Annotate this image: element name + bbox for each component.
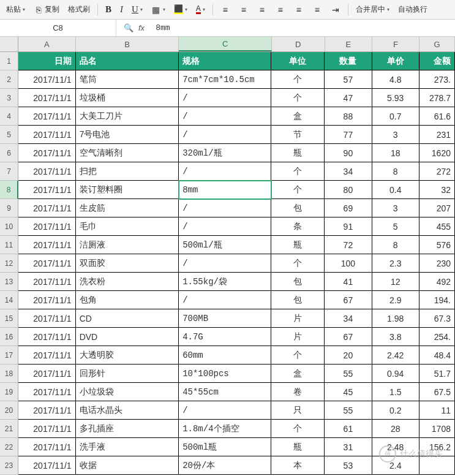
cell-B1[interactable]: 品名: [76, 52, 179, 70]
cell-A3[interactable]: 2017/11/1: [18, 89, 76, 107]
row-header-13[interactable]: 13: [0, 273, 18, 291]
cell-A13[interactable]: 2017/11/1: [18, 273, 76, 291]
cell-E13[interactable]: 41: [325, 273, 372, 291]
cell-D3[interactable]: 个: [271, 89, 325, 107]
cell-E4[interactable]: 88: [325, 107, 372, 126]
cell-B22[interactable]: 洗手液: [76, 438, 179, 456]
cell-F11[interactable]: 8: [372, 236, 419, 254]
cell-A21[interactable]: 2017/11/1: [18, 420, 76, 438]
cell-E1[interactable]: 数量: [325, 52, 372, 70]
cell-F9[interactable]: 3: [372, 199, 419, 217]
cell-B17[interactable]: 大透明胶: [76, 346, 179, 365]
cell-E3[interactable]: 47: [325, 89, 372, 107]
cell-D16[interactable]: 片: [271, 328, 325, 346]
row-header-15[interactable]: 15: [0, 309, 18, 328]
cell-D6[interactable]: 瓶: [271, 144, 325, 162]
cell-B10[interactable]: 毛巾: [76, 217, 179, 236]
cell-D2[interactable]: 个: [271, 70, 325, 89]
cell-A8[interactable]: 2017/11/1: [18, 181, 76, 199]
cell-G1[interactable]: 金额: [419, 52, 455, 70]
column-header-C[interactable]: C: [179, 37, 271, 51]
cell-A5[interactable]: 2017/11/1: [18, 126, 76, 144]
column-header-G[interactable]: G: [419, 37, 455, 51]
cell-B8[interactable]: 装订塑料圈: [76, 181, 179, 199]
cell-D21[interactable]: 个: [271, 420, 325, 438]
cell-E22[interactable]: 31: [325, 438, 372, 456]
cell-G10[interactable]: 455: [419, 217, 455, 236]
fill-color-button[interactable]: ⬛▾: [170, 4, 191, 15]
cell-F20[interactable]: 0.2: [372, 401, 419, 420]
row-header-6[interactable]: 6: [0, 144, 18, 162]
cell-E20[interactable]: 55: [325, 401, 372, 420]
font-color-button[interactable]: A▾: [192, 4, 209, 15]
cell-A12[interactable]: 2017/11/1: [18, 254, 76, 273]
cell-C22[interactable]: 500ml瓶: [179, 438, 271, 456]
cell-C12[interactable]: /: [179, 254, 271, 273]
cell-F16[interactable]: 3.8: [372, 328, 419, 346]
cell-E8[interactable]: 80: [325, 181, 372, 199]
cell-D23[interactable]: 本: [271, 456, 325, 475]
cell-A18[interactable]: 2017/11/1: [18, 365, 76, 383]
row-header-23[interactable]: 23: [0, 456, 18, 475]
cell-C1[interactable]: 规格: [179, 52, 271, 70]
cell-E15[interactable]: 34: [325, 309, 372, 328]
cell-B9[interactable]: 生皮筋: [76, 199, 179, 217]
cell-F12[interactable]: 2.3: [372, 254, 419, 273]
cell-C16[interactable]: 4.7G: [179, 328, 271, 346]
cell-G12[interactable]: 230: [419, 254, 455, 273]
cell-E16[interactable]: 67: [325, 328, 372, 346]
cell-B6[interactable]: 空气清晰剂: [76, 144, 179, 162]
cell-G21[interactable]: 1708: [419, 420, 455, 438]
cell-D22[interactable]: 瓶: [271, 438, 325, 456]
cell-B21[interactable]: 多孔插座: [76, 420, 179, 438]
cell-A14[interactable]: 2017/11/1: [18, 291, 76, 309]
cell-C20[interactable]: /: [179, 401, 271, 420]
cell-G14[interactable]: 194.: [419, 291, 455, 309]
cell-G16[interactable]: 254.: [419, 328, 455, 346]
cell-G6[interactable]: 1620: [419, 144, 455, 162]
cell-F15[interactable]: 1.98: [372, 309, 419, 328]
cell-G22[interactable]: 156.2: [419, 438, 455, 456]
cell-C5[interactable]: /: [179, 126, 271, 144]
cell-C3[interactable]: /: [179, 89, 271, 107]
cell-D5[interactable]: 节: [271, 126, 325, 144]
cell-G13[interactable]: 492: [419, 273, 455, 291]
row-header-12[interactable]: 12: [0, 254, 18, 273]
cell-F18[interactable]: 0.94: [372, 365, 419, 383]
row-header-5[interactable]: 5: [0, 126, 18, 144]
column-header-B[interactable]: B: [76, 37, 179, 51]
cell-D17[interactable]: 个: [271, 346, 325, 365]
underline-button[interactable]: U▾: [128, 3, 146, 16]
cell-F13[interactable]: 12: [372, 273, 419, 291]
row-header-16[interactable]: 16: [0, 328, 18, 346]
cell-A6[interactable]: 2017/11/1: [18, 144, 76, 162]
align-right-button[interactable]: ≡: [254, 4, 271, 16]
row-header-11[interactable]: 11: [0, 236, 18, 254]
format-painter-button[interactable]: 格式刷: [64, 3, 94, 16]
cell-D1[interactable]: 单位: [271, 52, 325, 70]
cell-A9[interactable]: 2017/11/1: [18, 199, 76, 217]
cell-E21[interactable]: 61: [325, 420, 372, 438]
cell-B23[interactable]: 收据: [76, 456, 179, 475]
cell-A1[interactable]: 日期: [18, 52, 76, 70]
cell-C7[interactable]: /: [179, 162, 271, 181]
cell-G3[interactable]: 278.7: [419, 89, 455, 107]
cell-G9[interactable]: 207: [419, 199, 455, 217]
cell-C9[interactable]: /: [179, 199, 271, 217]
cell-F6[interactable]: 18: [372, 144, 419, 162]
cell-F4[interactable]: 0.7: [372, 107, 419, 126]
cell-E6[interactable]: 90: [325, 144, 372, 162]
row-header-18[interactable]: 18: [0, 365, 18, 383]
cell-F7[interactable]: 8: [372, 162, 419, 181]
italic-button[interactable]: I: [116, 3, 127, 16]
merge-center-button[interactable]: 合并居中 ▾: [352, 3, 393, 16]
cell-F19[interactable]: 1.5: [372, 383, 419, 401]
cell-D15[interactable]: 片: [271, 309, 325, 328]
cell-A10[interactable]: 2017/11/1: [18, 217, 76, 236]
cell-C14[interactable]: /: [179, 291, 271, 309]
cell-A4[interactable]: 2017/11/1: [18, 107, 76, 126]
cell-D20[interactable]: 只: [271, 401, 325, 420]
cell-B4[interactable]: 大美工刀片: [76, 107, 179, 126]
align-middle-button[interactable]: ≡: [290, 4, 307, 16]
select-all-corner[interactable]: [0, 37, 18, 52]
